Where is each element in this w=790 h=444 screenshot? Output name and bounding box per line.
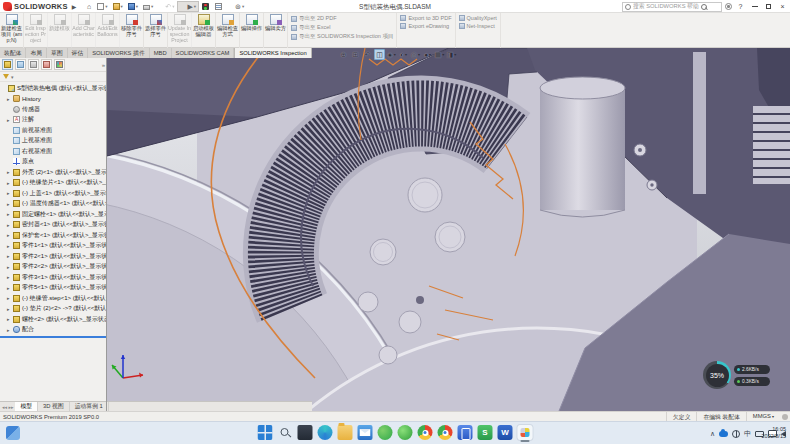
export-excel-button[interactable]: 导出至 Excel (291, 24, 393, 31)
tree-item-part[interactable]: 密封器<1> (默认<<默认>_显示状 (0, 220, 107, 231)
green-app-icon[interactable] (398, 425, 413, 440)
print-button[interactable]: ▾ (141, 1, 155, 12)
tree-item-part[interactable]: 零件1<1> (默认<<默认>_显示状态 (0, 241, 107, 252)
tab-sketch[interactable]: 草图 (47, 48, 68, 58)
tab-configuration-manager[interactable] (28, 59, 39, 70)
export-edrawing-button[interactable]: Export eDrawing (400, 23, 451, 29)
chrome-icon-2[interactable] (438, 425, 453, 440)
tab-motion-study[interactable]: 运动算例 1 (70, 402, 109, 411)
hide-show-items-button[interactable]: ◎ (410, 49, 421, 60)
edit-operations-button[interactable]: 编辑操作 (240, 13, 264, 48)
expand-arrow-icon[interactable] (7, 314, 11, 324)
tree-item-part[interactable]: (-) 温度传感器<1> (默认<<默认>_ (0, 199, 107, 210)
select-button[interactable]: ▶▾ (177, 1, 199, 12)
expand-arrow-icon[interactable] (7, 325, 11, 335)
launch-template-editor-button[interactable]: 启动模板编辑器 (192, 13, 216, 48)
tree-item-origin[interactable]: 原点 (0, 157, 107, 168)
expand-arrow-icon[interactable] (7, 199, 11, 209)
tab-3d-views[interactable]: 3D 视图 (38, 402, 70, 411)
edit-appearance-button[interactable]: ● (422, 49, 433, 60)
remove-balloons-button[interactable]: 移除零件序号 (120, 13, 144, 48)
widgets-button[interactable] (6, 426, 20, 440)
expand-arrow-icon[interactable] (7, 241, 11, 251)
view-settings-button[interactable]: ◨ (446, 49, 457, 60)
tab-addins[interactable]: SOLIDWORKS 插件 (88, 48, 150, 58)
add-characteristic-button[interactable]: Add Characteristic (72, 13, 96, 48)
edit-inspection-method-button[interactable]: 编辑检查方式 (216, 13, 240, 48)
tab-overflow-button[interactable]: » (102, 62, 105, 68)
options-button[interactable]: ⊛▾ (226, 1, 246, 12)
tab-mbd[interactable]: MBD (150, 48, 172, 58)
expand-arrow-icon[interactable] (7, 220, 11, 230)
new-template-button[interactable]: 新建模板 (48, 13, 72, 48)
tree-item-right-plane[interactable]: 右视基准面 (0, 146, 107, 157)
mail-icon[interactable] (358, 425, 373, 440)
taskbar-clock[interactable]: 16:05 2022/8/15 (762, 426, 786, 440)
tab-layout[interactable]: 布局 (26, 48, 47, 58)
expand-arrow-icon[interactable] (7, 272, 11, 282)
undo-button[interactable]: ↶▾ (156, 1, 176, 12)
search-button[interactable] (278, 425, 293, 440)
tree-item-part[interactable]: 外壳 (2)<1> (默认<<默认>_显示状 (0, 167, 107, 178)
tree-item-mates[interactable]: 配合 (0, 325, 107, 336)
tab-evaluate[interactable]: 评估 (68, 48, 89, 58)
tab-scroll-buttons[interactable]: ◂◂ ▸▸ (0, 402, 15, 411)
minimize-button[interactable] (749, 1, 760, 12)
search-icon[interactable] (701, 4, 706, 9)
tab-assembly[interactable]: 装配体 (0, 48, 26, 58)
net-inspect-button[interactable]: Net-Inspect (459, 23, 497, 29)
tray-expand-button[interactable]: ∧ (710, 425, 715, 442)
tree-item-history[interactable]: History (0, 94, 107, 105)
file-properties-button[interactable] (213, 1, 225, 12)
expand-arrow-icon[interactable] (7, 251, 11, 261)
expand-arrow-icon[interactable] (7, 188, 11, 198)
edit-vendors-button[interactable]: 编辑卖方 (264, 13, 288, 48)
tree-splitter-bar[interactable] (0, 336, 107, 338)
ime-language-button[interactable]: 中 (744, 425, 751, 442)
select-balloons-button[interactable]: 选择零件序号 (144, 13, 168, 48)
tree-item-part[interactable]: 零件3<1> (默认<<默认>_显示状 (0, 272, 107, 283)
file-explorer-icon[interactable] (338, 425, 353, 440)
tree-item-part[interactable]: (-) 上盖<1> (默认<<默认>_显示状 (0, 188, 107, 199)
apply-scene-button[interactable]: ▦ (434, 49, 445, 60)
expand-arrow-icon[interactable] (7, 209, 11, 219)
tree-item-part[interactable]: 固定螺栓<1> (默认<<默认>_显示 (0, 209, 107, 220)
tab-dimxpert-manager[interactable] (41, 59, 52, 70)
expand-arrow-icon[interactable] (7, 283, 11, 293)
network-icon[interactable] (732, 430, 740, 438)
start-button[interactable] (258, 425, 273, 440)
status-help-icon[interactable] (782, 414, 788, 420)
tree-item-part[interactable]: 零件2<2> (默认<<默认>_显示状 (0, 262, 107, 273)
export-2d-pdf-button[interactable]: 导出至 2D PDF (291, 15, 393, 22)
expand-arrow-icon[interactable] (7, 293, 11, 303)
tab-model[interactable]: 模型 (15, 402, 38, 411)
emulator-icon[interactable] (458, 425, 473, 440)
tree-item-front-plane[interactable]: 前视基准面 (0, 125, 107, 136)
expand-arrow-icon[interactable] (7, 230, 11, 240)
task-view-button[interactable] (298, 425, 313, 440)
export-sw-inspection-button[interactable]: 导出至 SOLIDWORKS Inspection 项目 (291, 33, 393, 40)
tree-item-part[interactable]: 螺栓<2> (默认<<默认>_显示状态 (0, 314, 107, 325)
tree-item-part[interactable]: (-) 垫片 (2)<2> ->? (默认<<默认> (0, 304, 107, 315)
solidworks-taskbar-icon[interactable] (518, 425, 533, 440)
help-button[interactable]: ? (735, 1, 746, 12)
view-orientation-button[interactable]: ◈ (386, 49, 397, 60)
tree-item-top-plane[interactable]: 上视基准面 (0, 136, 107, 147)
tree-item-sensors[interactable]: 传感器 (0, 104, 107, 115)
new-document-button[interactable]: ▾ (95, 1, 109, 12)
expand-arrow-icon[interactable] (7, 167, 11, 177)
expand-arrow-icon[interactable] (7, 115, 11, 125)
tab-cam[interactable]: SOLIDWORKS CAM (172, 48, 235, 58)
save-button[interactable]: ▾ (126, 1, 140, 12)
add-edit-balloons-button[interactable]: Add/Edit Balloons (96, 13, 120, 48)
filter-funnel-icon[interactable] (3, 74, 9, 79)
tab-property-manager[interactable] (15, 59, 26, 70)
export-3d-pdf-button[interactable]: Export to 3D PDF (400, 15, 451, 21)
previous-view-button[interactable]: ↶ (362, 49, 373, 60)
onedrive-icon[interactable] (719, 431, 728, 437)
expand-arrow-icon[interactable] (7, 262, 11, 272)
zoom-area-button[interactable]: ⊞ (350, 49, 361, 60)
expand-arrow-icon[interactable] (7, 178, 11, 188)
tree-item-part[interactable]: 零件2<1> (默认<<默认>_显示状 (0, 251, 107, 262)
tree-item-annotations[interactable]: 注解 (0, 115, 107, 126)
